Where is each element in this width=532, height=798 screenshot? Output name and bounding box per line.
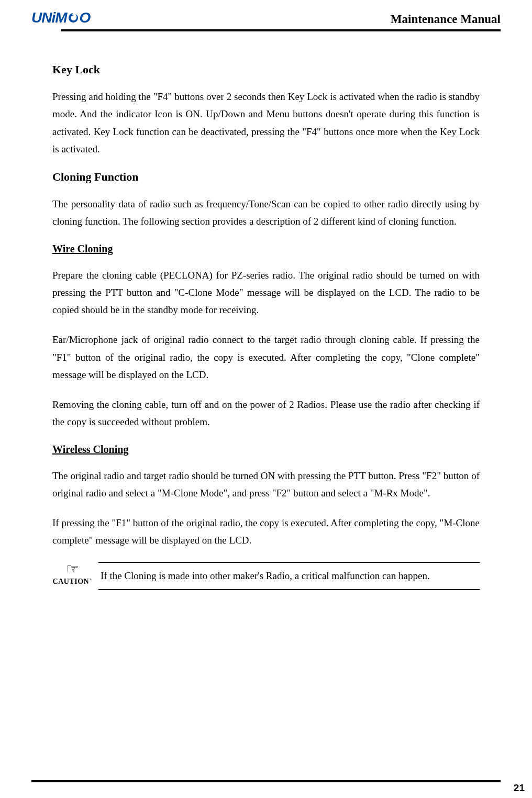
- caution-right: If the Cloning is made into other maker'…: [98, 562, 480, 590]
- paragraph: The personality data of radio such as fr…: [52, 195, 480, 230]
- footer-rule: [31, 780, 501, 782]
- caution-text: If the Cloning is made into other maker'…: [101, 568, 478, 584]
- paragraph: The original radio and target radio shou…: [52, 467, 480, 502]
- heading-cloning-function: Cloning Function: [52, 170, 480, 184]
- logo: UNiM O: [31, 9, 90, 26]
- logo-text-part2: O: [80, 9, 91, 26]
- subheading-wire-cloning: Wire Cloning: [52, 243, 480, 255]
- paragraph: Prepare the cloning cable (PECLONA) for …: [52, 267, 480, 319]
- page-footer: [31, 780, 501, 782]
- header-title: Maintenance Manual: [391, 13, 501, 26]
- paragraph: Removing the cloning cable, turn off and…: [52, 396, 480, 431]
- logo-text-part1: UNiM: [31, 9, 67, 26]
- caution-left: ☞ CAUTION`: [52, 562, 92, 586]
- content-area: Key Lock Pressing and holding the "F4" b…: [31, 31, 501, 590]
- page-container: UNiM O Maintenance Manual Key Lock Press…: [0, 0, 532, 798]
- heading-key-lock: Key Lock: [52, 63, 480, 76]
- caution-block: ☞ CAUTION` If the Cloning is made into o…: [52, 562, 480, 590]
- caution-label: CAUTION`: [53, 578, 92, 586]
- pointing-hand-icon: ☞: [66, 562, 79, 577]
- paragraph: Pressing and holding the "F4" buttons ov…: [52, 88, 480, 158]
- paragraph: If pressing the "F1" button of the origi…: [52, 514, 480, 549]
- logo-swirl-icon: [67, 12, 80, 24]
- page-number: 21: [514, 782, 525, 794]
- paragraph: Ear/Microphone jack of original radio co…: [52, 331, 480, 383]
- subheading-wireless-cloning: Wireless Cloning: [52, 444, 480, 456]
- page-header: UNiM O Maintenance Manual: [31, 9, 501, 26]
